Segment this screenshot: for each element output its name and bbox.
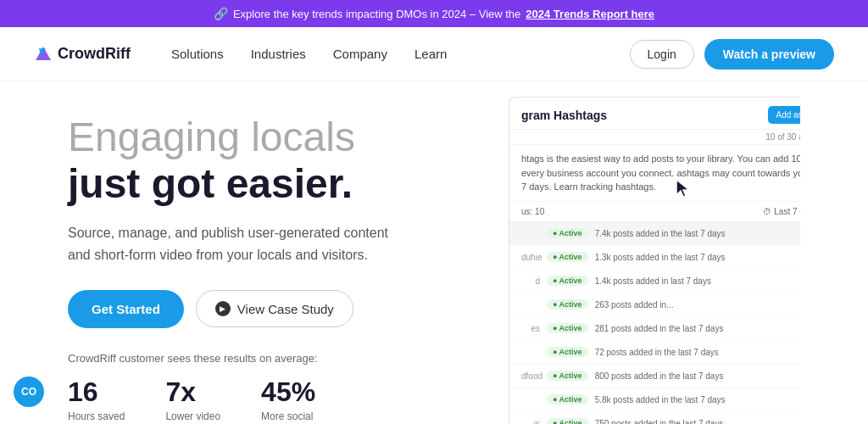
get-started-button[interactable]: Get Started — [68, 290, 184, 328]
stat-video: 7x Lower videoprod. costs — [165, 377, 220, 424]
case-study-label: View Case Study — [237, 302, 334, 316]
hashtag-row[interactable]: es ● Active 281 posts added in the last … — [509, 317, 800, 341]
stat-social-num: 45% — [261, 377, 315, 408]
product-mockup: gram Hashtags Add an Instagram Has 10 of… — [509, 97, 800, 424]
stats-row: 16 Hours savedper week 7x Lower videopro… — [68, 377, 509, 424]
stat-hours: 16 Hours savedper week — [68, 377, 125, 424]
mockup-title: gram Hashtags — [521, 109, 607, 122]
login-button[interactable]: Login — [630, 40, 694, 69]
main-nav: CrowdRiff Solutions Industries Company L… — [0, 27, 868, 81]
banner-text: Explore the key trends impacting DMOs in… — [233, 8, 520, 20]
stat-social: 45% More socialvideo views — [261, 377, 315, 424]
stat-video-num: 7x — [165, 377, 220, 408]
subtitle-right: ⏱ Last 7 days: Jan 15 - Jan — [763, 207, 800, 216]
available-hashtags: 10 of 30 available hashtags — [765, 132, 800, 142]
hashtag-list: ● Active 7.4k posts added in the last 7 … — [509, 222, 800, 425]
hashtag-row[interactable]: ● Active 72 posts added in the last 7 da… — [509, 341, 800, 365]
stat-video-desc: Lower videoprod. costs — [165, 410, 220, 424]
hero-buttons: Get Started ▶ View Case Study — [68, 290, 509, 328]
hashtag-row[interactable]: dfood ● Active 800 posts added in the la… — [509, 365, 800, 388]
banner-link[interactable]: 2024 Trends Report here — [526, 8, 654, 20]
hero-subtext: Source, manage, and publish user-generat… — [68, 222, 407, 265]
banner-icon: 🔗 — [214, 7, 228, 20]
nav-company[interactable]: Company — [333, 47, 387, 61]
hero-section: Engaging locals just got easier. Source,… — [0, 81, 868, 424]
announcement-banner: 🔗 Explore the key trends impacting DMOs … — [0, 0, 868, 27]
mockup-subtitle: us: 10 ⏱ Last 7 days: Jan 15 - Jan — [509, 202, 800, 222]
subtitle-left: us: 10 — [521, 207, 544, 216]
hashtag-row[interactable]: duhie ● Active 1.3k posts added in the l… — [509, 246, 800, 270]
hashtag-row[interactable]: ● Active 5.8k posts added in the last 7 … — [509, 388, 800, 412]
logo[interactable]: CrowdRiff — [34, 45, 131, 64]
add-instagram-button[interactable]: Add an Instagram Has — [768, 106, 801, 124]
stat-social-desc: More socialvideo views — [261, 410, 315, 424]
hashtag-row[interactable]: is ● Active 750 posts added in the last … — [509, 412, 800, 425]
mockup-header: gram Hashtags Add an Instagram Has — [509, 98, 800, 130]
hashtag-row[interactable]: ● Active 7.4k posts added in the last 7 … — [509, 222, 800, 246]
hero-headline-bold: just got easier. — [68, 160, 509, 207]
hero-product-screenshot: gram Hashtags Add an Instagram Has 10 of… — [509, 97, 800, 424]
stat-hours-desc: Hours savedper week — [68, 410, 125, 424]
nav-industries[interactable]: Industries — [251, 47, 306, 61]
stat-hours-num: 16 — [68, 377, 125, 408]
nav-links: Solutions Industries Company Learn — [171, 47, 630, 62]
logo-text: CrowdRiff — [58, 45, 131, 63]
stats-label: CrowdRiff customer sees these results on… — [68, 352, 509, 365]
hashtag-row[interactable]: ● Active 263 posts added in... ▶ — [509, 293, 800, 317]
hashtag-row[interactable]: d ● Active 1.4k posts added in last 7 da… — [509, 270, 800, 293]
user-avatar[interactable]: CO — [14, 377, 44, 407]
nav-learn[interactable]: Learn — [415, 47, 447, 61]
mockup-description: htags is the easiest way to add posts to… — [509, 145, 800, 202]
nav-solutions[interactable]: Solutions — [171, 47, 224, 61]
hero-headline-light: Engaging locals — [68, 114, 509, 160]
hero-content: Engaging locals just got easier. Source,… — [68, 105, 509, 424]
watch-preview-button[interactable]: Watch a preview — [704, 39, 834, 70]
nav-actions: Login Watch a preview — [630, 39, 834, 70]
view-case-study-button[interactable]: ▶ View Case Study — [196, 290, 353, 327]
play-icon: ▶ — [215, 301, 231, 316]
